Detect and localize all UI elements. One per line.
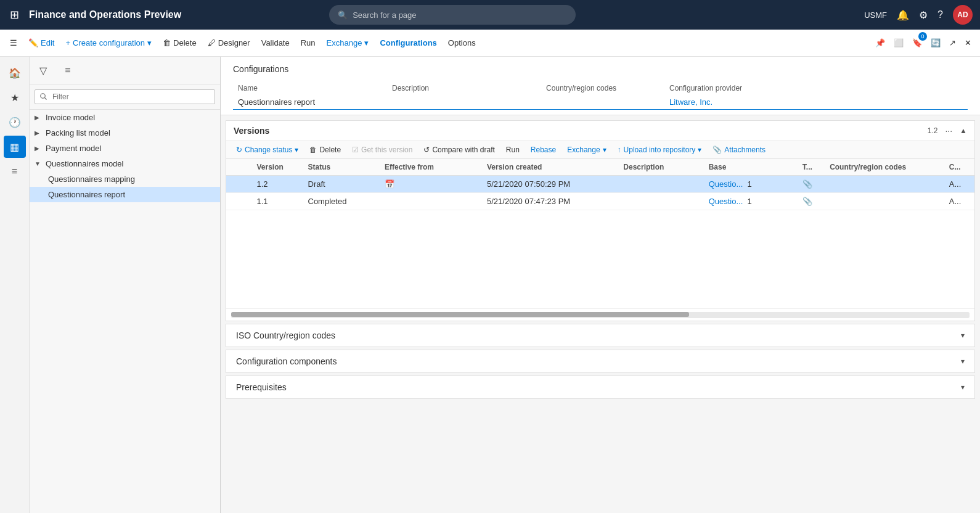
config-components-header[interactable]: Configuration components ▾ [226,350,974,372]
settings-icon[interactable]: ⚙ [919,9,928,21]
expand-icon: ▶ [35,114,43,121]
app-title: Finance and Operations Preview [29,9,181,20]
versions-exchange-button[interactable]: Exchange ▾ [562,144,611,156]
chevron-down-icon-upload: ▾ [698,146,701,154]
td-desc [618,193,703,210]
prerequisites-section: Prerequisites ▾ [226,376,975,399]
create-config-button[interactable]: + Create configuration ▾ [60,33,157,53]
chevron-down-icon-status: ▾ [295,146,298,154]
pin-icon-btn[interactable]: 📌 [872,33,889,53]
grid-icon[interactable]: ⊞ [7,6,22,24]
config-description-value [387,95,541,110]
iso-country-title: ISO Country/region codes [236,330,961,340]
tree-item-label: Invoice model [46,113,95,122]
config-country-value [541,95,664,110]
col-country-header: Country/region codes [541,81,664,110]
tree-item-questionnaires-report[interactable]: Questionnaires report [30,187,220,202]
tree-content: ▶ Invoice model ▶ Packing list model ▶ P… [30,110,220,513]
configurations-button[interactable]: Configurations [375,33,441,53]
tree-panel: ▽ ≡ ▶ Invoice model ▶ Packing list model… [30,57,221,513]
refresh-btn[interactable]: 🔄 [927,33,944,53]
versions-title: Versions [234,126,923,136]
config-columns: Name Questionnaires report Description C… [233,81,968,115]
config-provider-value[interactable]: Litware, Inc. [664,95,968,110]
tree-item-invoice-model[interactable]: ▶ Invoice model [30,110,220,125]
prerequisites-header[interactable]: Prerequisites ▾ [226,376,974,398]
versions-run-button[interactable]: Run [501,144,525,156]
versions-toolbar: ↻ Change status ▾ 🗑 Delete ☑ Get this ve… [226,141,974,159]
notification-icon[interactable]: 🔔 [897,9,909,21]
main-layout: 🏠 ★ 🕐 ▦ ≡ ▽ ≡ ▶ Invoice model ▶ Packing … [0,57,980,513]
list-icon-btn[interactable]: ≡ [4,160,26,183]
edit-button[interactable]: ✏️ Edit [23,33,59,53]
validate-button[interactable]: Validate [256,33,295,53]
plus-icon: + [65,38,70,47]
config-components-section: Configuration components ▾ [226,350,975,373]
refresh-icon: ↻ [236,146,242,154]
delete-button[interactable]: 🗑 Delete [158,33,202,53]
versions-section: Versions 1.2 ··· ▲ ↻ Change status ▾ 🗑 D… [226,120,975,321]
search-bar[interactable]: 🔍 [329,5,576,25]
tree-item-questionnaires-mapping[interactable]: Questionnaires mapping [30,171,220,187]
rebase-button[interactable]: Rebase [526,144,561,156]
tree-list-icon-btn[interactable]: ≡ [57,59,79,81]
versions-more-btn[interactable]: ··· [942,126,955,136]
recent-icon-btn[interactable]: 🕐 [4,111,26,133]
run-button[interactable]: Run [296,33,321,53]
designer-button[interactable]: 🖊 Designer [203,33,255,53]
versions-delete-button[interactable]: 🗑 Delete [304,144,346,156]
versions-collapse-btn[interactable]: ▲ [960,126,967,135]
home-icon-btn[interactable]: 🏠 [4,62,26,84]
tree-item-packing-model[interactable]: ▶ Packing list model [30,125,220,141]
close-btn[interactable]: ✕ [961,33,975,53]
h-scrollbar-area[interactable] [226,309,974,321]
expand-icon-btn[interactable]: ⬜ [890,33,907,53]
tree-item-label: Questionnaires model [46,159,123,168]
tree-item-payment-model[interactable]: ▶ Payment model [30,141,220,156]
th-effective: Effective from [380,159,482,176]
td-c: A... [944,193,974,210]
compare-with-draft-button[interactable]: ↺ Compare with draft [419,144,499,156]
check-icon: ☑ [352,146,359,154]
tree-item-questionnaires-model[interactable]: ▼ Questionnaires model [30,156,220,171]
hamburger-button[interactable]: ☰ [5,33,22,53]
avatar[interactable]: AD [953,5,973,25]
tree-filter-icon-btn[interactable]: ▽ [32,59,54,81]
col-provider-header: Configuration provider Litware, Inc. [664,81,968,110]
icon-sidebar: 🏠 ★ 🕐 ▦ ≡ [0,57,30,513]
td-country [825,193,944,210]
tree-filter-input[interactable] [35,89,215,104]
th-status: Status [303,159,380,176]
versions-table-head: Version Status Effective from Version cr… [226,159,974,176]
top-bar-right: USMF 🔔 ⚙ ? AD [864,5,973,25]
versions-table-header-row: Version Status Effective from Version cr… [226,159,974,176]
user-label: USMF [864,10,887,20]
attachments-button[interactable]: 📎 Attachments [708,144,770,156]
designer-icon: 🖊 [208,38,216,47]
search-input[interactable] [353,10,567,20]
badge-btn[interactable]: 🔖 0 [909,33,926,53]
upload-into-repository-button[interactable]: ↑ Upload into repository ▾ [613,144,707,156]
open-new-btn[interactable]: ↗ [945,33,960,53]
exchange-button[interactable]: Exchange ▾ [322,33,374,53]
options-button[interactable]: Options [443,33,481,53]
table-row[interactable]: 1.2 Draft 📅 5/21/2020 07:50:29 PM [226,176,974,193]
td-version: 1.2 [252,176,303,193]
versions-table-body: 1.2 Draft 📅 5/21/2020 07:50:29 PM [226,176,974,309]
filter-icon-btn[interactable]: ▦ [4,136,26,158]
change-status-button[interactable]: ↻ Change status ▾ [231,144,303,156]
tree-filter-area [30,84,220,110]
td-created: 5/21/2020 07:47:23 PM [482,193,618,210]
td-status: Completed [303,193,380,210]
iso-country-header[interactable]: ISO Country/region codes ▾ [226,324,974,347]
chevron-down-iso: ▾ [961,331,965,340]
delete-icon-v: 🗑 [309,146,317,154]
favorites-icon-btn[interactable]: ★ [4,86,26,109]
get-this-version-button[interactable]: ☑ Get this version [347,144,417,156]
h-scrollbar-thumb[interactable] [231,312,689,317]
table-row[interactable]: 1.1 Completed 5/21/2020 07:47:23 PM [226,193,974,210]
th-r [226,159,252,176]
expand-icon: ▶ [35,129,43,136]
chevron-down-components: ▾ [961,357,965,366]
help-icon[interactable]: ? [937,9,943,20]
